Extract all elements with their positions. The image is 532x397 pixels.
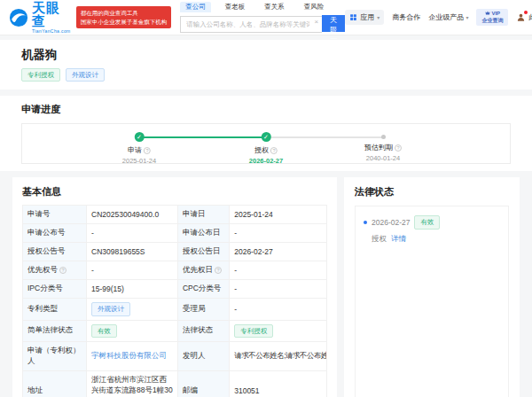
- field-value: 310051: [230, 370, 327, 397]
- field-value: -: [230, 261, 327, 280]
- legal-status-tag: 专利授权: [234, 324, 273, 338]
- username: 此处有...: [528, 12, 532, 22]
- slogan-line2: 国家中小企业发展子基金旗下机构: [81, 18, 168, 27]
- field-label: 地址: [23, 370, 87, 397]
- field-value: CN309819655S: [87, 243, 178, 261]
- vip-badge[interactable]: VIP 企业查询: [476, 9, 508, 26]
- slogan-badge: 都在用的商业查询工具 国家中小企业发展子基金旗下机构: [76, 6, 172, 29]
- field-label: 发明人: [177, 341, 229, 370]
- step-label: 授权: [254, 145, 269, 155]
- field-label: 申请公布日: [177, 224, 229, 243]
- legal-status-heading: 法律状态: [355, 185, 509, 198]
- apps-menu[interactable]: 应用 ▾: [345, 10, 384, 25]
- patent-title-section: 机器狗 专利授权 外观设计: [0, 40, 532, 90]
- field-label: 申请号: [23, 206, 87, 224]
- table-row: 地址 浙江省杭州市滨江区西兴街道东流路88号1幢306室 邮编 310051: [23, 370, 327, 397]
- vip-line1: VIP: [491, 11, 500, 16]
- help-icon[interactable]: ?: [395, 144, 402, 152]
- field-label: 授权公告日: [177, 243, 229, 261]
- help-icon[interactable]: ?: [144, 147, 151, 154]
- search-tabs: 查公司 查老板 查关系 查风险: [180, 2, 345, 12]
- table-row: 申请公布号 - 申请公布日 -: [23, 224, 327, 243]
- user-menu[interactable]: 此处有... ▾: [516, 12, 532, 22]
- legal-status-item: 2026-02-27 有效: [364, 215, 500, 229]
- patent-type-tag: 外观设计: [91, 302, 130, 315]
- field-value: -: [230, 280, 327, 299]
- table-row: IPC分类号 15-99(15) CPC分类号 -: [23, 280, 327, 299]
- field-label: 优先权日?: [177, 261, 229, 280]
- step-date: 2040-01-24: [364, 154, 402, 162]
- field-label: 优先权号?: [23, 261, 87, 280]
- field-label: 申请日: [177, 206, 229, 224]
- check-icon: ✓: [262, 132, 271, 142]
- chevron-down-icon: ▾: [377, 14, 379, 20]
- search-tab-relation[interactable]: 查关系: [259, 2, 290, 12]
- field-label: 申请（专利权）人: [23, 341, 87, 370]
- clear-icon[interactable]: ×: [315, 18, 319, 26]
- step-label: 预估到期: [364, 143, 393, 152]
- field-label: 法律状态: [177, 320, 229, 341]
- search-tab-boss[interactable]: 查老板: [220, 2, 251, 12]
- page-title: 机器狗: [21, 47, 511, 63]
- crown-icon: [485, 11, 490, 15]
- field-value: 外观设计: [87, 299, 178, 320]
- table-row: 申请号 CN202530049400.0 申请日 2025-01-24: [23, 206, 327, 224]
- table-row: 授权公告号 CN309819655S 授权公告日 2026-02-27: [23, 243, 327, 261]
- field-label: CPC分类号: [177, 280, 229, 299]
- search-input[interactable]: [180, 16, 322, 33]
- nav-business-coop[interactable]: 商务合作: [392, 12, 420, 22]
- field-value: 专利授权: [230, 320, 327, 341]
- field-value: -: [230, 224, 327, 243]
- help-icon[interactable]: ?: [59, 267, 66, 274]
- pending-dot-icon: [381, 135, 386, 139]
- field-label-text: 优先权日: [183, 265, 213, 274]
- slogan-line1: 都在用的商业查询工具: [81, 9, 168, 18]
- field-value: -: [87, 261, 178, 280]
- legal-status-list: 2026-02-27 有效 授权 详情: [355, 206, 509, 397]
- search-tab-company[interactable]: 查公司: [180, 2, 211, 12]
- main-content-row: 基本信息 申请号 CN202530049400.0 申请日 2025-01-24…: [0, 177, 532, 397]
- step-expiry: 预估到期? 2040-01-24: [364, 132, 402, 162]
- step-application: ✓ 申请? 2025-01-24: [122, 132, 156, 165]
- field-label: 邮编: [177, 370, 229, 397]
- check-icon: ✓: [135, 132, 145, 142]
- field-value: 15-99(15): [87, 280, 178, 299]
- progress-heading: 申请进度: [21, 103, 511, 116]
- details-link[interactable]: 详情: [391, 234, 406, 245]
- applicant-link[interactable]: 宇树科技股份有限公司: [91, 351, 167, 360]
- vip-line2: 企业查询: [481, 18, 503, 25]
- header-nav: 应用 ▾ 商务合作 企业级产品 ▾ VIP 企业查询: [345, 9, 532, 26]
- field-value: 请求不公布姓名;请求不公布姓名: [230, 341, 327, 370]
- step-label: 申请: [128, 145, 142, 155]
- tianyancha-logo-icon: [9, 8, 28, 27]
- field-value: CN202530049400.0: [87, 206, 178, 224]
- tianyancha-logo[interactable]: 天眼查 TianYanCha.com: [9, 1, 71, 34]
- brand-name: 天眼查: [32, 1, 71, 27]
- field-label-text: 优先权号: [27, 265, 58, 274]
- legal-status-text: 授权: [372, 234, 387, 245]
- nav-enterprise-products[interactable]: 企业级产品 ▾: [428, 12, 468, 22]
- valid-status-tag: 有效: [91, 324, 117, 338]
- table-row: 专利类型 外观设计 受理局 -: [23, 299, 327, 320]
- top-header: 天眼查 TianYanCha.com 都在用的商业查询工具 国家中小企业发展子基…: [0, 0, 532, 35]
- field-label: 申请公布号: [23, 224, 87, 243]
- field-value: 宇树科技股份有限公司: [87, 341, 178, 370]
- basic-info-table: 申请号 CN202530049400.0 申请日 2025-01-24 申请公布…: [22, 205, 327, 397]
- help-icon[interactable]: ?: [270, 147, 278, 154]
- bullet-dot-icon: [364, 221, 367, 224]
- field-value: 2026-02-27: [230, 243, 327, 261]
- field-label: 授权公告号: [23, 243, 87, 261]
- search-button[interactable]: 天眼一下: [322, 15, 345, 32]
- table-row: 优先权号? - 优先权日? -: [23, 261, 327, 280]
- step-date: 2025-01-24: [122, 157, 156, 165]
- grid-icon: [349, 13, 357, 21]
- timeline-segment-done: [139, 136, 266, 138]
- search-tab-risk[interactable]: 查风险: [299, 2, 330, 12]
- help-icon[interactable]: ?: [215, 267, 222, 274]
- field-value: -: [87, 224, 178, 243]
- design-patent-tag: 外观设计: [66, 68, 105, 82]
- enterprise-label: 企业级产品: [428, 13, 464, 21]
- field-value: -: [230, 299, 327, 320]
- notification-dot: [524, 11, 528, 14]
- field-label: 简单法律状态: [23, 320, 87, 341]
